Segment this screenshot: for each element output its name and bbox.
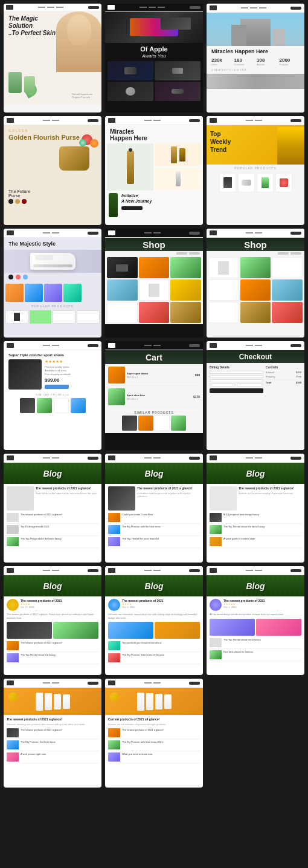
card-miracles[interactable]: Miracles Happen Here 230k Users 180 Coun… (207, 4, 304, 113)
nav-cta[interactable] (189, 682, 200, 685)
cart-similar-3[interactable] (155, 416, 170, 431)
nav-link[interactable] (52, 570, 59, 571)
shop-light-item-8[interactable] (240, 302, 271, 323)
card-golden[interactable]: GOLDEN Golden Flourish Purse The FutureP… (4, 116, 101, 225)
shop-item-4[interactable] (107, 279, 138, 301)
card-miracles-wine[interactable]: MiraclesHappen Here (105, 116, 203, 225)
orange-list-5[interactable]: The Big Promise with best items 2021 (108, 740, 200, 751)
blog-list-item-3[interactable]: The Top Things about the latest luxury (7, 537, 98, 548)
nav-link[interactable] (250, 7, 257, 8)
blog-list-item-2[interactable]: The Big Promise with the best items (108, 525, 200, 536)
nav-link[interactable] (144, 457, 152, 458)
nav-cta[interactable] (88, 682, 98, 685)
shop-light-item-4[interactable] (208, 279, 239, 301)
nav-link[interactable] (255, 345, 262, 346)
shop-light-item-7[interactable] (208, 302, 239, 323)
card-blog-orange-2[interactable]: Current products of 2021 all glance! Bro… (105, 679, 203, 788)
nav-link[interactable] (158, 7, 165, 8)
nav-link[interactable] (246, 570, 253, 571)
place-order-btn[interactable] (210, 388, 263, 393)
nav-link[interactable] (259, 7, 266, 8)
wine-cta-btn[interactable] (121, 206, 143, 210)
nav-link[interactable] (52, 232, 59, 233)
nav-link[interactable] (246, 457, 253, 458)
sort-btn[interactable] (189, 252, 200, 255)
nav-link[interactable] (140, 7, 147, 8)
email-field[interactable] (210, 375, 263, 378)
card-blog-orange-1[interactable]: The newest products of 2021 a glance! Di… (4, 679, 101, 788)
nav-link[interactable] (47, 7, 54, 8)
card-product-detail[interactable]: Super Tiple colorful sport shoes ★★★★★ P… (4, 341, 101, 450)
nav-cta[interactable] (88, 344, 98, 347)
orange-list-3[interactable]: A tech person right now (7, 752, 98, 763)
similar-item-4[interactable] (71, 398, 86, 413)
swatch-blue[interactable] (23, 275, 28, 279)
nav-cta[interactable] (189, 232, 200, 235)
shop-light-item-3[interactable] (272, 257, 303, 278)
shop-light-item-5[interactable] (240, 279, 271, 301)
nav-link[interactable] (144, 682, 152, 684)
related-2[interactable]: The Top Thread about the luxury (7, 653, 98, 664)
nav-link[interactable] (43, 682, 50, 684)
similar-item-3[interactable] (54, 398, 69, 413)
nav-cta[interactable] (290, 344, 301, 347)
shop-light-item-1[interactable] (208, 257, 239, 278)
nav-link[interactable] (255, 570, 262, 571)
shop-item-9[interactable] (170, 302, 201, 323)
nav-cta[interactable] (88, 6, 99, 9)
shop-light-item-9[interactable] (272, 302, 303, 323)
nav-link[interactable] (52, 682, 59, 684)
card-apple[interactable]: Of Apple Awaits You (105, 4, 203, 113)
swatch-black[interactable] (8, 275, 13, 279)
nav-link[interactable] (38, 7, 45, 8)
nav-link[interactable] (144, 345, 152, 346)
nav-link[interactable] (241, 7, 248, 8)
nav-link[interactable] (43, 120, 50, 121)
related-1[interactable]: The newest products of 2021 a glance! (7, 641, 98, 652)
card-checkout[interactable]: Checkout Billing Details Cart Info (207, 341, 304, 450)
nav-link[interactable] (246, 120, 253, 121)
card-trend[interactable]: TopWeeklyTrend POPULAR PRODUCTS (207, 116, 304, 225)
nav-link[interactable] (52, 120, 59, 121)
address-field[interactable] (210, 379, 263, 382)
shop-item-3[interactable] (170, 257, 201, 278)
card-blog-1[interactable]: Blog The newest products of 2021 a glanc… (4, 454, 101, 563)
card-majestic[interactable]: The Majestic Style POPULAR P (4, 229, 101, 338)
blog-list-item-1[interactable]: M 10 progress best design luxury (210, 513, 301, 524)
similar-item-2[interactable] (37, 398, 52, 413)
nav-link[interactable] (43, 570, 50, 571)
card-shop-dark[interactable]: Shop (105, 229, 203, 338)
nav-link[interactable] (153, 570, 161, 571)
nav-link[interactable] (52, 345, 59, 346)
shop-item-1[interactable] (107, 257, 138, 278)
nav-cta[interactable] (290, 232, 301, 235)
nav-link[interactable] (56, 7, 63, 8)
blog-list-item-3[interactable]: The Top Thread the most beautiful (108, 537, 200, 548)
nav-cta[interactable] (189, 344, 200, 347)
name-field[interactable] (210, 371, 263, 374)
nav-cta[interactable] (189, 457, 200, 460)
blog-list-item-2[interactable]: Top 10 design trends 2021 (7, 525, 98, 536)
nav-link[interactable] (153, 682, 161, 684)
shop-item-5[interactable] (139, 279, 170, 301)
blog-list-item-3[interactable]: A quick guide to modern style (210, 537, 301, 548)
shop-item-7[interactable] (107, 302, 138, 323)
related-6[interactable]: Find best places for fashion (210, 650, 301, 661)
nav-link[interactable] (43, 232, 50, 233)
orange-list-2[interactable]: The Big Promise: find best items (7, 740, 98, 751)
nav-cta[interactable] (290, 119, 301, 122)
card-blog-article-1[interactable]: Blog The newest products of 2021 ★★★★ Oc… (4, 566, 101, 675)
card-blog-article-2[interactable]: Blog The newest products of 2021 ★★★★ No… (105, 566, 203, 675)
nav-link[interactable] (43, 345, 50, 346)
nav-link[interactable] (144, 570, 152, 571)
filter-btn[interactable] (176, 252, 187, 255)
nav-cta[interactable] (190, 6, 201, 9)
nav-cta[interactable] (88, 232, 98, 235)
nav-cta[interactable] (290, 7, 301, 10)
nav-link[interactable] (149, 7, 156, 8)
swatch-red[interactable] (16, 275, 21, 279)
card-shop-light[interactable]: Shop (207, 229, 304, 338)
cart-similar-1[interactable] (122, 416, 137, 431)
shop-item-8[interactable] (139, 302, 170, 323)
nav-link[interactable] (144, 120, 152, 121)
